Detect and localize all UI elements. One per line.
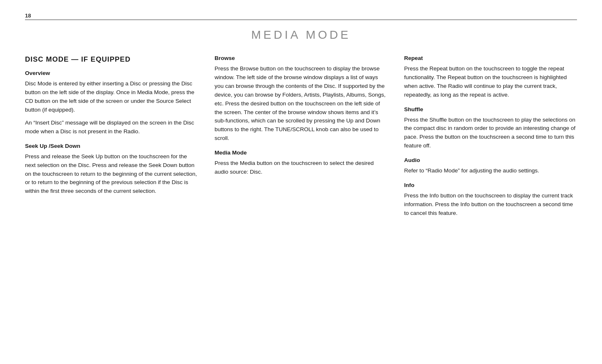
page-number: 18 bbox=[25, 12, 577, 19]
repeat-heading: Repeat bbox=[404, 54, 577, 63]
content-grid: DISC MODE — IF EQUIPPED Overview Disc Mo… bbox=[25, 54, 577, 222]
page-title: MEDIA MODE bbox=[25, 28, 577, 42]
audio-text: Refer to “Radio Mode” for adjusting the … bbox=[404, 167, 577, 175]
column-3: Repeat Press the Repeat button on the to… bbox=[404, 54, 577, 222]
seek-text: Press and release the Seek Up button on … bbox=[25, 152, 198, 196]
top-rule bbox=[25, 20, 577, 20]
mediamode-text: Press the Media button on the touchscree… bbox=[215, 159, 387, 177]
info-heading: Info bbox=[404, 181, 577, 190]
browse-heading: Browse bbox=[215, 54, 387, 63]
column-1: DISC MODE — IF EQUIPPED Overview Disc Mo… bbox=[25, 54, 198, 222]
browse-text: Press the Browse button on the touchscre… bbox=[215, 65, 387, 143]
overview-heading: Overview bbox=[25, 69, 198, 78]
shuffle-text: Press the Shuffle button on the touchscr… bbox=[404, 116, 577, 151]
info-text: Press the Info button on the touchscreen… bbox=[404, 192, 577, 218]
disc-mode-title: DISC MODE — IF EQUIPPED bbox=[25, 54, 198, 65]
mediamode-heading: Media Mode bbox=[215, 149, 387, 157]
overview-text2: An “Insert Disc” message will be display… bbox=[25, 119, 198, 136]
seek-heading: Seek Up /Seek Down bbox=[25, 142, 198, 151]
shuffle-heading: Shuffle bbox=[404, 105, 577, 114]
repeat-text: Press the Repeat button on the touchscre… bbox=[404, 65, 577, 100]
overview-text: Disc Mode is entered by either inserting… bbox=[25, 80, 198, 115]
column-2: Browse Press the Browse button on the to… bbox=[215, 54, 387, 222]
audio-heading: Audio bbox=[404, 156, 577, 165]
